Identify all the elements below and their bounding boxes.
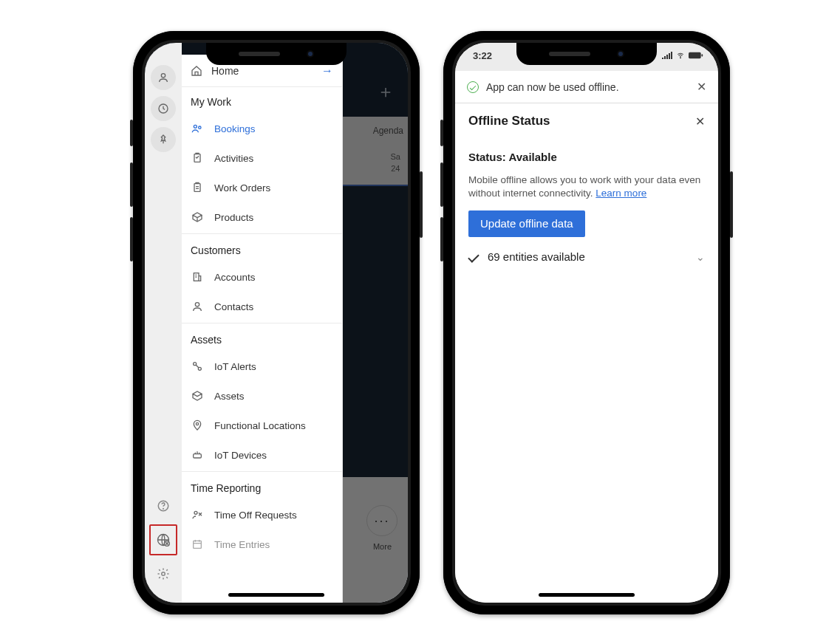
- svg-point-6: [162, 572, 165, 576]
- nav-item-label: IoT Devices: [214, 450, 267, 461]
- rail-offline-button[interactable]: [151, 527, 176, 552]
- phone-side-button: [440, 162, 443, 207]
- home-indicator[interactable]: [228, 593, 324, 597]
- nav-item-label: Products: [214, 212, 253, 223]
- offline-toast: App can now be used offline. ✕: [455, 71, 718, 103]
- gear-icon: [157, 567, 170, 580]
- success-icon: [467, 81, 479, 93]
- update-offline-button[interactable]: Update offline data: [468, 210, 585, 237]
- nav-item-assets[interactable]: Assets: [182, 381, 342, 411]
- battery-icon: [689, 52, 703, 59]
- nav-item-label: Assets: [214, 391, 245, 402]
- offline-status-panel: Offline Status ✕ Status: Available Mobil…: [455, 103, 718, 603]
- svg-point-19: [680, 58, 681, 58]
- nav-item-label: Bookings: [214, 123, 256, 134]
- svg-rect-16: [194, 454, 202, 458]
- nav-item-label: Contacts: [214, 301, 253, 312]
- nav-item-timeoff[interactable]: Time Off Requests: [182, 500, 342, 530]
- phone-side-button: [130, 162, 133, 207]
- svg-point-12: [195, 303, 199, 306]
- toast-close-button[interactable]: ✕: [697, 80, 706, 94]
- phone-side-button: [130, 120, 133, 146]
- nav-section-mywork: My Work: [182, 87, 342, 114]
- box-icon: [191, 390, 204, 402]
- svg-rect-10: [194, 184, 200, 192]
- nav-item-products[interactable]: Products: [182, 202, 342, 232]
- camera: [307, 50, 314, 58]
- nav-item-label: Time Off Requests: [214, 510, 297, 521]
- phone-side-button: [420, 171, 423, 238]
- phone-frame-left: ＋ Agenda Sa 24 ··· More: [133, 31, 420, 614]
- pin-icon: [157, 134, 169, 145]
- nav-item-iotdevices[interactable]: IoT Devices: [182, 440, 342, 470]
- nav-home-label: Home: [211, 65, 239, 77]
- svg-point-7: [194, 125, 197, 128]
- speaker: [549, 52, 590, 56]
- globe-icon: [156, 532, 171, 547]
- nav-panel: Home → My Work Bookings Activities: [182, 55, 343, 603]
- person-icon: [191, 301, 204, 312]
- check-icon: [468, 251, 479, 263]
- clock-icon: [157, 103, 169, 114]
- status-time: 3:22: [473, 50, 492, 61]
- nav-divider: [182, 471, 342, 472]
- rail-settings-button[interactable]: [151, 561, 176, 586]
- speaker: [239, 52, 280, 56]
- nav-divider: [182, 233, 342, 234]
- rail-profile-button[interactable]: [151, 65, 176, 90]
- description-text: Mobile offline allows you to work with y…: [468, 174, 700, 199]
- svg-point-3: [163, 508, 164, 509]
- nav-section-customers: Customers: [182, 236, 342, 262]
- globe-highlight: [149, 524, 177, 555]
- toast-message: App can now be used offline.: [486, 81, 619, 93]
- nav-item-iotalerts[interactable]: IoT Alerts: [182, 352, 342, 381]
- calendar-icon: [191, 538, 204, 550]
- svg-point-8: [199, 126, 201, 129]
- wifi-icon: [675, 52, 686, 59]
- status-indicators: [662, 52, 703, 59]
- svg-rect-21: [702, 54, 703, 56]
- phone-side-button: [440, 217, 443, 261]
- box-icon: [191, 211, 204, 223]
- svg-rect-18: [194, 541, 202, 548]
- phone-side-button: [440, 120, 443, 146]
- rail-recent-button[interactable]: [151, 96, 176, 121]
- location-icon: [191, 419, 204, 431]
- nav-item-bookings[interactable]: Bookings: [182, 114, 342, 143]
- clipboard-icon: [191, 152, 204, 164]
- nav-item-label: Work Orders: [214, 182, 270, 193]
- phone-notch: [516, 43, 657, 65]
- nav-item-locations[interactable]: Functional Locations: [182, 411, 342, 440]
- rail-pin-button[interactable]: [151, 127, 176, 152]
- nav-item-activities[interactable]: Activities: [182, 143, 342, 173]
- panel-close-button[interactable]: ✕: [695, 114, 705, 129]
- signal-icon: [662, 52, 672, 59]
- help-icon: [157, 499, 170, 513]
- svg-rect-20: [689, 52, 701, 58]
- svg-point-15: [196, 422, 198, 425]
- nav-item-contacts[interactable]: Contacts: [182, 292, 342, 321]
- nav-item-label: Time Entries: [214, 539, 270, 550]
- screen-left: ＋ Agenda Sa 24 ··· More: [145, 43, 408, 603]
- home-indicator[interactable]: [539, 593, 635, 597]
- nav-section-timereporting: Time Reporting: [182, 473, 342, 500]
- people-icon: [191, 123, 204, 134]
- rail-help-button[interactable]: [151, 493, 176, 518]
- arrow-right-icon: →: [321, 64, 333, 78]
- phone-notch: [206, 43, 347, 65]
- nav-divider: [182, 323, 342, 323]
- home-icon: [191, 65, 202, 77]
- svg-point-0: [161, 74, 165, 78]
- nav-item-accounts[interactable]: Accounts: [182, 262, 342, 292]
- clipboard-icon: [191, 182, 204, 193]
- nav-item-label: Activities: [214, 153, 253, 164]
- nav-item-label: Functional Locations: [214, 420, 306, 431]
- timeoff-icon: [191, 509, 204, 521]
- entities-label: 69 entities available: [488, 250, 585, 263]
- panel-title: Offline Status: [468, 114, 550, 129]
- nav-item-workorders[interactable]: Work Orders: [182, 173, 342, 202]
- nav-item-timeentries[interactable]: Time Entries: [182, 530, 342, 559]
- camera: [617, 50, 624, 58]
- learn-more-link[interactable]: Learn more: [595, 188, 646, 199]
- entities-row[interactable]: 69 entities available ⌄: [468, 250, 705, 263]
